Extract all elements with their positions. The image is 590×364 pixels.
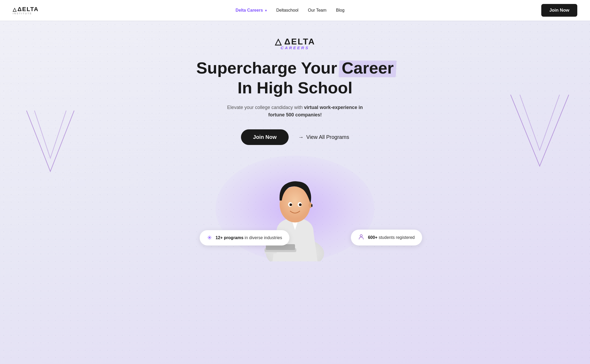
nav-links: Delta Careers ▾ Deltaschool Our Team Blo… — [236, 8, 345, 13]
hero-headline: Supercharge Your Career In High School — [196, 58, 394, 97]
navbar: △ΔELTA INSTITUTE Delta Careers ▾ Deltasc… — [0, 0, 590, 21]
nav-item-blog[interactable]: Blog — [336, 8, 345, 13]
nav-item-delta-careers[interactable]: Delta Careers ▾ — [236, 8, 267, 13]
hero-title-line2: In High School — [196, 78, 394, 97]
nav-item-deltaschool[interactable]: Deltaschool — [276, 8, 298, 13]
nav-link-deltaschool[interactable]: Deltaschool — [276, 8, 298, 12]
programs-badge: ✳ 12+ programs in diverse industries — [200, 230, 289, 245]
logo[interactable]: △ΔELTA INSTITUTE — [13, 6, 39, 15]
hero-brand-sub: CAREERS — [281, 46, 309, 50]
hero-join-button[interactable]: Join Now — [241, 129, 289, 145]
nav-link-our-team[interactable]: Our Team — [308, 8, 327, 12]
person-icon — [358, 234, 364, 241]
svg-rect-8 — [311, 204, 312, 207]
students-badge: 600+ students registered — [351, 230, 422, 245]
nav-join-button[interactable]: Join Now — [541, 4, 577, 17]
hero-section: △ ΔELTA CAREERS Supercharge Your Career … — [0, 21, 590, 364]
career-highlight: Career — [342, 58, 394, 77]
nav-link-delta-careers[interactable]: Delta Careers ▾ — [236, 8, 267, 12]
person-svg — [250, 166, 340, 261]
sparkle-icon: ✳ — [207, 234, 212, 241]
svg-point-11 — [360, 235, 362, 237]
hero-cta-group: Join Now → View All Programs — [241, 129, 349, 145]
hero-subtitle: Elevate your college candidacy with virt… — [226, 104, 364, 119]
person-image — [231, 161, 359, 261]
view-all-programs-button[interactable]: → View All Programs — [298, 134, 349, 140]
hero-brand-main: △ ΔELTA — [275, 37, 315, 47]
chevron-down-icon: ▾ — [265, 9, 267, 12]
svg-point-5 — [289, 203, 292, 206]
arrow-icon: → — [298, 134, 303, 140]
nav-item-our-team[interactable]: Our Team — [308, 8, 327, 13]
logo-text: △ΔELTA — [13, 6, 39, 13]
svg-point-6 — [299, 203, 302, 206]
hero-brand: △ ΔELTA CAREERS — [275, 37, 315, 50]
nav-link-blog[interactable]: Blog — [336, 8, 345, 12]
programs-badge-text: 12+ programs in diverse industries — [216, 235, 282, 240]
hero-image-area: ✳ 12+ programs in diverse industries 600… — [0, 161, 590, 261]
students-badge-text: 600+ students registered — [368, 235, 415, 240]
hero-title-line1: Supercharge Your Career — [196, 58, 394, 77]
